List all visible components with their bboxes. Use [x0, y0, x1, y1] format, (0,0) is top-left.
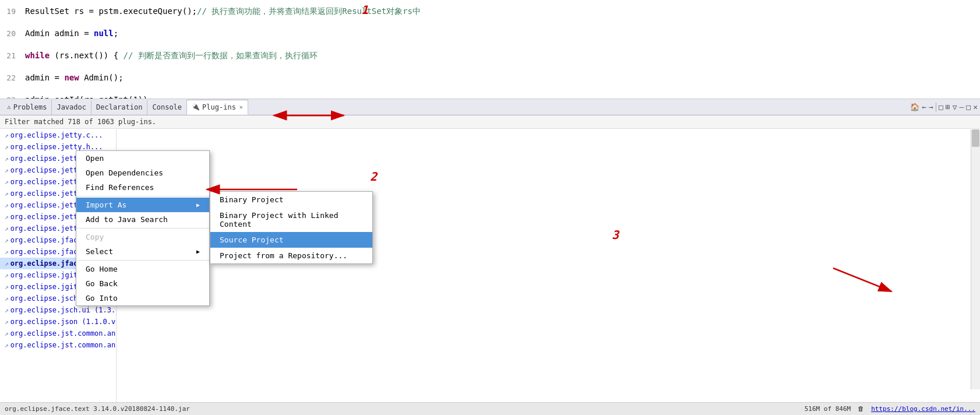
plugin-icon: ↗	[5, 178, 9, 186]
menu-item-import-as[interactable]: Import As ▶	[76, 198, 209, 212]
menu-item-go-home[interactable]: Go Home	[76, 262, 209, 276]
submenu-item-repo[interactable]: Project from a Repository...	[210, 248, 372, 263]
code-line-19: 19 ResultSet rs = pstm.executeQuery();//…	[0, 0, 980, 22]
code-line-20: 20 Admin admin = null;	[0, 22, 980, 44]
tab-bar: ⚠ Problems Javadoc Declaration Console 🔌…	[0, 99, 980, 115]
plugin-icon: ↗	[5, 225, 9, 233]
status-jar-text: org.eclipse.jface.text 3.14.0.v20180824-…	[5, 405, 190, 413]
tab-javadoc[interactable]: Javadoc	[52, 100, 91, 115]
plugin-icon: ↗	[5, 167, 9, 174]
problems-icon: ⚠	[7, 103, 11, 111]
plugin-icon: ↗	[5, 283, 9, 291]
list-item[interactable]: ↗ org.eclipse.jst.common.annotations.con…	[0, 328, 116, 339]
plugin-icon: ↗	[5, 330, 9, 337]
plugin-icon: ↗	[5, 143, 9, 151]
status-right: 516M of 846M 🗑 https://blog.csdn.net/in.…	[805, 405, 975, 413]
line-number: 20	[5, 23, 25, 45]
maximize-icon[interactable]: □	[939, 103, 943, 111]
submenu-item-binary-linked[interactable]: Binary Project with Linked Content	[210, 207, 372, 232]
tab-plugins[interactable]: 🔌 Plug-ins ✕	[187, 100, 248, 115]
context-menu: Open Open Dependencies Find References I…	[76, 150, 210, 306]
back-icon[interactable]: ←	[922, 103, 926, 111]
plugin-icon: ↗	[5, 307, 9, 314]
menu-item-select[interactable]: Select ▶	[76, 244, 209, 259]
status-link[interactable]: https://blog.csdn.net/in...	[871, 405, 975, 413]
trash-icon[interactable]: 🗑	[858, 405, 864, 413]
submenu-arrow-icon: ▶	[196, 202, 200, 208]
separator	[936, 103, 936, 112]
code-editor: 19 ResultSet rs = pstm.executeQuery();//…	[0, 0, 980, 99]
filter-bar: Filter matched 718 of 1063 plug-ins.	[0, 115, 980, 129]
filter-icon[interactable]: ▽	[953, 103, 957, 111]
tab-plugins-label: Plug-ins	[202, 103, 236, 111]
forward-icon[interactable]: →	[929, 103, 933, 111]
menu-item-add-java[interactable]: Add to Java Search	[76, 212, 209, 227]
code-line-22: 22 admin = new Admin();	[0, 66, 980, 89]
plugin-icon: ↗	[5, 248, 9, 256]
submenu-item-binary[interactable]: Binary Project	[210, 192, 372, 207]
plugin-icon: ↗	[5, 237, 9, 244]
tab-declaration-label: Declaration	[96, 103, 142, 111]
line-number: 22	[5, 67, 25, 89]
plugin-icon: ↗	[5, 155, 9, 163]
minimize-icon[interactable]: —	[960, 103, 964, 111]
list-item[interactable]: ↗ org.eclipse.jst.common.annotations.cor…	[0, 339, 116, 351]
code-line-23: 23 admin.setId(rs.getInt(1));	[0, 89, 980, 99]
plugin-icon: ↗	[5, 260, 9, 268]
plugin-name: org.eclipse.jetty.c...	[10, 131, 103, 139]
tab-problems-label: Problems	[13, 103, 47, 111]
tab-console-label: Console	[152, 103, 182, 111]
restore-icon[interactable]: □	[966, 103, 971, 111]
menu-item-copy: Copy	[76, 230, 209, 244]
menu-add-java-label: Add to Java Search	[86, 215, 168, 224]
menu-item-open-deps[interactable]: Open Dependencies	[76, 166, 209, 180]
menu-select-label: Select	[86, 247, 113, 256]
line-number: 19	[5, 1, 25, 23]
plugin-icon: ↗	[5, 132, 9, 139]
menu-item-go-back[interactable]: Go Back	[76, 276, 209, 291]
tab-javadoc-label: Javadoc	[57, 103, 86, 111]
submenu-item-source[interactable]: Source Project	[210, 232, 372, 248]
menu-item-find-refs[interactable]: Find References	[76, 180, 209, 195]
tab-bar-toolbar: 🏠 ← → □ ⊞ ▽ — □ ✕	[910, 103, 978, 112]
list-item[interactable]: ↗ org.eclipse.jetty.c...	[0, 129, 116, 141]
line-number: 21	[5, 45, 25, 67]
menu-open-label: Open	[86, 154, 104, 163]
tab-close-icon[interactable]: ✕	[239, 104, 243, 110]
submenu-repo-label: Project from a Repository...	[220, 251, 347, 260]
tab-console[interactable]: Console	[147, 100, 187, 115]
plugin-icon: ↗	[5, 295, 9, 303]
filter-text: Filter matched 718 of 1063 plug-ins.	[5, 118, 156, 126]
menu-separator	[76, 196, 209, 196]
menu-go-into-label: Go Into	[86, 294, 118, 303]
status-bar: org.eclipse.jface.text 3.14.0.v20180824-…	[0, 402, 980, 415]
submenu-binary-linked-label: Binary Project with Linked Content	[220, 211, 339, 228]
settings-icon[interactable]: ⊞	[946, 103, 950, 111]
menu-import-as-label: Import As	[86, 201, 126, 209]
scroll-thumb[interactable]	[972, 129, 979, 147]
menu-item-go-into[interactable]: Go Into	[76, 291, 209, 305]
menu-item-open[interactable]: Open	[76, 151, 209, 166]
menu-separator	[76, 260, 209, 261]
plugin-icon: ↗	[5, 318, 9, 326]
close-icon[interactable]: ✕	[973, 103, 978, 111]
submenu-source-label: Source Project	[220, 235, 284, 244]
list-item[interactable]: ↗ org.eclipse.json (1.1.0.v201802171654)	[0, 316, 116, 328]
plugin-name: org.eclipse.json (1.1.0.v201802171654)	[10, 318, 117, 326]
home-icon[interactable]: 🏠	[910, 103, 919, 111]
list-item[interactable]: ↗ org.eclipse.jsch.ui (1.3.200.v20180827…	[0, 304, 116, 316]
plugin-icon: ↗	[5, 190, 9, 198]
plugin-name: org.eclipse.jst.common.annotations.core …	[10, 341, 117, 349]
menu-go-back-label: Go Back	[86, 279, 118, 288]
right-scrollbar[interactable]	[971, 129, 980, 389]
status-memory: 516M of 846M	[805, 405, 851, 413]
tab-problems[interactable]: ⚠ Problems	[2, 100, 52, 115]
plugin-icon: ↗	[5, 202, 9, 209]
submenu-arrow-icon: ▶	[196, 248, 200, 255]
plugins-icon: 🔌	[192, 103, 200, 111]
plugin-icon: ↗	[5, 213, 9, 221]
tab-declaration[interactable]: Declaration	[91, 100, 147, 115]
submenu: Binary Project Binary Project with Linke…	[210, 191, 373, 264]
menu-separator	[76, 228, 209, 228]
plugin-name: org.eclipse.jsch.ui (1.3.200.v20180827-1…	[10, 306, 117, 314]
